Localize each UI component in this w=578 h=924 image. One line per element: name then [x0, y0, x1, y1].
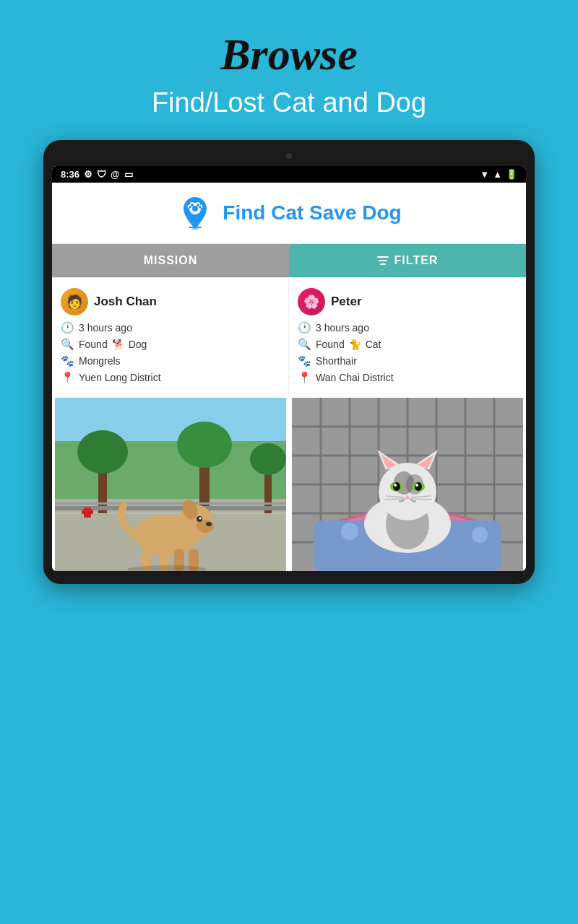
- svg-line-76: [384, 499, 403, 500]
- svg-point-55: [341, 523, 358, 540]
- tablet-frame: 8:36 ⚙ 🛡 @ ▭ ▼ ▲ 🔋: [43, 140, 535, 584]
- svg-point-31: [199, 518, 202, 520]
- listings-grid: 🧑 Josh Chan 🕐 3 hours ago 🔍 Found 🐕 Dog …: [52, 277, 526, 398]
- filter-icon: [377, 256, 389, 265]
- animal-type-1: Dog: [129, 339, 147, 350]
- breed-row-1: 🐾 Mongrels: [61, 354, 280, 367]
- page-header: Browse Find/Lost Cat and Dog: [0, 0, 578, 140]
- listing-card-1[interactable]: 🧑 Josh Chan 🕐 3 hours ago 🔍 Found 🐕 Dog …: [52, 278, 289, 398]
- tabs-bar[interactable]: MISSION FILTER: [52, 244, 526, 277]
- user-row-1: 🧑 Josh Chan: [61, 288, 280, 315]
- status-right: ▼ ▲ 🔋: [480, 169, 517, 180]
- time-row-1: 🕐 3 hours ago: [61, 321, 280, 334]
- tablet-camera: [286, 153, 292, 159]
- listing-card-2[interactable]: 🌸 Peter 🕐 3 hours ago 🔍 Found 🐈 Cat 🐾 Sh: [289, 278, 526, 398]
- svg-point-29: [206, 522, 212, 526]
- svg-point-7: [197, 204, 199, 206]
- search-icon-1: 🔍: [61, 338, 74, 351]
- user-row-2: 🌸 Peter: [298, 288, 517, 315]
- avatar-img-2: 🌸: [298, 288, 325, 315]
- paw-icon-1: 🐾: [61, 354, 74, 367]
- avatar-2: 🌸: [298, 288, 325, 315]
- wifi-icon: ▼: [480, 169, 489, 180]
- svg-point-5: [192, 206, 198, 212]
- time-text-1: 3 hours ago: [79, 322, 132, 334]
- app-header: Find Cat Save Dog: [52, 183, 526, 244]
- svg-rect-23: [55, 502, 286, 505]
- svg-point-73: [415, 484, 418, 487]
- pet-photos: [52, 398, 526, 571]
- animal-type-2: Cat: [366, 339, 381, 350]
- svg-point-70: [393, 482, 400, 491]
- app-title: Find Cat Save Dog: [223, 201, 401, 225]
- time-display: 8:36: [61, 169, 79, 180]
- dog-icon-1: 🐕: [112, 339, 124, 350]
- action-1: Found: [79, 339, 108, 350]
- time-text-2: 3 hours ago: [316, 322, 369, 334]
- user-name-2: Peter: [331, 295, 362, 309]
- svg-point-19: [77, 430, 128, 474]
- cat-icon-2: 🐈: [349, 339, 361, 350]
- shield-icon: 🛡: [97, 169, 106, 180]
- action-row-1: 🔍 Found 🐕 Dog: [61, 338, 280, 351]
- tab-filter[interactable]: FILTER: [289, 244, 526, 277]
- settings-icon: ⚙: [84, 169, 92, 180]
- cat-photo: [289, 398, 526, 571]
- location-row-2: 📍 Wan Chai District: [298, 371, 517, 384]
- filter-label: FILTER: [394, 254, 439, 267]
- browse-title: Browse: [14, 29, 564, 80]
- svg-point-21: [250, 443, 286, 475]
- search-icon-2: 🔍: [298, 338, 311, 351]
- location-icon-1: 📍: [61, 371, 74, 384]
- status-left: 8:36 ⚙ 🛡 @ ▭: [61, 169, 133, 180]
- battery-icon: 🔋: [506, 169, 517, 180]
- svg-point-72: [394, 484, 397, 487]
- subtitle: Find/Lost Cat and Dog: [14, 87, 564, 118]
- district-1: Yuen Long District: [79, 372, 161, 383]
- tab-mission[interactable]: MISSION: [52, 244, 289, 277]
- breed-row-2: 🐾 Shorthair: [298, 354, 517, 367]
- paw-icon-2: 🐾: [298, 354, 311, 367]
- svg-point-71: [415, 482, 422, 491]
- tablet-screen: 8:36 ⚙ 🛡 @ ▭ ▼ ▲ 🔋: [52, 166, 526, 571]
- clock-icon-1: 🕐: [61, 321, 74, 334]
- svg-point-58: [472, 527, 488, 543]
- signal-icon: ▲: [493, 169, 502, 180]
- action-2: Found: [316, 339, 345, 350]
- action-row-2: 🔍 Found 🐈 Cat: [298, 338, 517, 351]
- avatar-img-1: 🧑: [61, 288, 88, 315]
- location-icon-2: 📍: [298, 371, 311, 384]
- svg-line-78: [412, 499, 432, 500]
- dog-photo: [52, 398, 289, 571]
- at-icon: @: [111, 169, 120, 180]
- status-bar: 8:36 ⚙ 🛡 @ ▭ ▼ ▲ 🔋: [52, 166, 526, 183]
- district-2: Wan Chai District: [316, 372, 394, 383]
- svg-point-8: [189, 206, 192, 209]
- location-row-1: 📍 Yuen Long District: [61, 371, 280, 384]
- breed-1: Mongrels: [79, 355, 121, 367]
- time-row-2: 🕐 3 hours ago: [298, 321, 517, 334]
- svg-point-9: [199, 206, 202, 209]
- user-name-1: Josh Chan: [94, 295, 157, 309]
- breed-2: Shorthair: [316, 355, 357, 367]
- app-logo: [176, 194, 214, 232]
- svg-rect-25: [82, 510, 93, 514]
- clock-icon-2: 🕐: [298, 321, 311, 334]
- sd-icon: ▭: [124, 169, 133, 180]
- svg-point-6: [191, 204, 194, 206]
- avatar-1: 🧑: [61, 288, 88, 315]
- svg-point-20: [177, 422, 232, 468]
